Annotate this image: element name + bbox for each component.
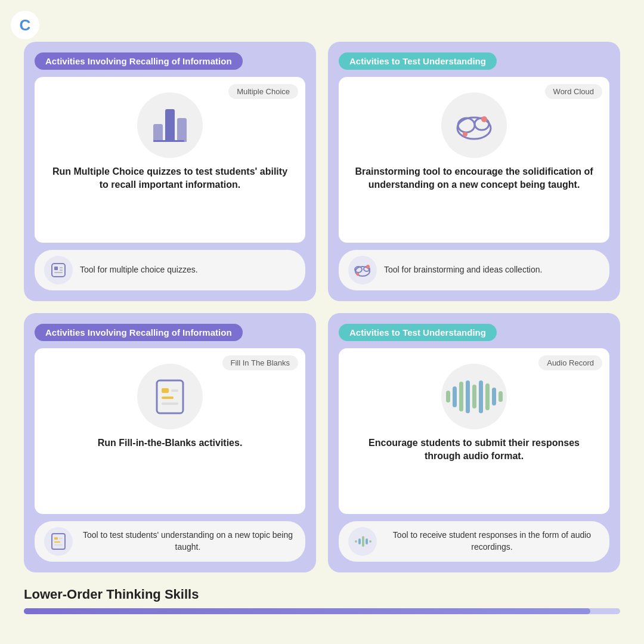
svg-rect-28	[358, 538, 361, 544]
card-3-tool-icon	[44, 527, 73, 556]
svg-rect-19	[171, 389, 178, 392]
app-logo: C	[11, 11, 39, 39]
card-2-inner: Word Cloud Brainstorming tool to encoura…	[339, 77, 609, 243]
card-2-activity-label: Word Cloud	[545, 84, 602, 99]
card-4-activity-label: Audio Record	[538, 355, 602, 370]
card-1-icon-circle	[137, 92, 203, 158]
svg-rect-23	[54, 537, 58, 540]
card-4-category: Activities to Test Understanding	[339, 324, 497, 341]
card-multiple-choice: Activities Involving Recalling of Inform…	[24, 42, 316, 301]
svg-rect-29	[362, 536, 364, 547]
lower-order-title: Lower-Order Thinking Skills	[24, 587, 620, 602]
svg-rect-30	[366, 538, 368, 544]
svg-rect-27	[355, 540, 357, 543]
card-1-tool-text: Tool for multiple choice quizzes.	[80, 264, 198, 276]
audio-wave-icon	[446, 380, 503, 413]
card-4-tool-text: Tool to receive student responses in the…	[384, 530, 600, 553]
card-2-icon-circle	[441, 92, 507, 158]
svg-rect-5	[60, 270, 63, 271]
svg-rect-6	[54, 272, 63, 273]
card-fill-blanks: Activities Involving Recalling of Inform…	[24, 313, 316, 572]
card-3-inner: Fill In The Blanks Run Fill-in-the-Blank…	[35, 348, 305, 514]
card-2-tool-text: Tool for brainstorming and ideas collect…	[384, 264, 542, 276]
card-1-activity-label: Multiple Choice	[228, 84, 298, 99]
svg-point-10	[481, 116, 487, 122]
svg-rect-20	[162, 397, 174, 399]
card-3-tool: Tool to test students' understanding on …	[35, 521, 305, 562]
svg-point-16	[357, 273, 360, 276]
card-4-description: Encourage students to submit their respo…	[348, 436, 600, 463]
bar-chart-icon	[153, 109, 187, 142]
card-4-inner: Audio Record Encourage students to submi…	[339, 348, 609, 514]
card-3-icon-circle	[137, 364, 203, 429]
card-1-tool: Tool for multiple choice quizzes.	[35, 250, 305, 290]
svg-point-15	[366, 265, 370, 268]
card-1-tool-icon	[44, 256, 73, 284]
svg-text:C: C	[20, 16, 31, 34]
card-3-activity-label: Fill In The Blanks	[222, 355, 298, 370]
card-2-category: Activities to Test Understanding	[339, 52, 497, 70]
card-2-description: Brainstorming tool to encourage the soli…	[348, 165, 600, 192]
svg-rect-4	[60, 267, 63, 268]
card-3-category: Activities Involving Recalling of Inform…	[35, 324, 243, 341]
svg-rect-31	[369, 540, 371, 543]
svg-rect-24	[59, 538, 63, 539]
svg-rect-25	[54, 541, 60, 543]
card-4-tool-icon	[348, 527, 377, 556]
main-grid: Activities Involving Recalling of Inform…	[0, 0, 644, 584]
svg-rect-3	[54, 267, 58, 270]
card-audio-record: Activities to Test Understanding Audio R…	[328, 313, 620, 572]
svg-rect-2	[52, 264, 65, 277]
svg-point-8	[458, 118, 475, 132]
card-3-tool-text: Tool to test students' understanding on …	[80, 530, 296, 553]
bottom-section: Lower-Order Thinking Skills	[0, 587, 644, 614]
svg-point-11	[463, 132, 467, 137]
card-word-cloud: Activities to Test Understanding Word Cl…	[328, 42, 620, 301]
card-4-tool: Tool to receive student responses in the…	[339, 521, 609, 562]
card-1-inner: Multiple Choice Run Multiple Choice quiz…	[35, 77, 305, 243]
card-4-icon-circle	[441, 364, 507, 429]
card-2-tool-icon	[348, 256, 377, 284]
card-1-description: Run Multiple Choice quizzes to test stud…	[44, 165, 296, 192]
svg-rect-18	[162, 388, 169, 393]
svg-rect-26	[54, 544, 63, 546]
card-3-description: Run Fill-in-the-Blanks activities.	[93, 436, 247, 450]
card-2-tool: Tool for brainstorming and ideas collect…	[339, 250, 609, 290]
progress-bar	[24, 608, 620, 614]
card-1-category: Activities Involving Recalling of Inform…	[35, 52, 243, 70]
svg-rect-21	[162, 402, 178, 405]
